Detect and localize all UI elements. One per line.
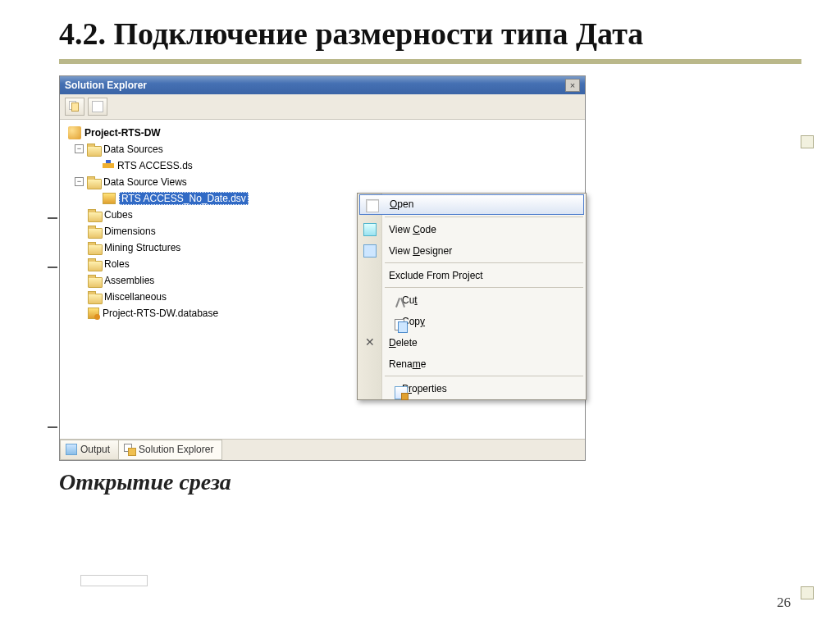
menu-exclude-label: Exclude From Project [389,270,483,281]
slide-heading: 4.2. Подключение размерности типа Дата [59,16,799,52]
folder-icon [88,226,101,237]
tree-project[interactable]: Project-RTS-DW [84,127,161,139]
folder-icon [88,291,101,303]
menu-item-properties[interactable]: Properties [358,378,586,399]
tab-solution-explorer[interactable]: Solution Explorer [118,440,222,460]
tree-node-misc[interactable]: Miscellaneous [104,291,167,303]
slide-caption: Открытие среза [59,469,799,495]
dsv-icon [103,193,116,204]
tree-node-cubes[interactable]: Cubes [104,209,133,221]
menu-item-view-code[interactable]: View Code [358,219,586,240]
context-menu: Open View Code View Designer Exclude Fro… [357,193,587,400]
menu-item-exclude[interactable]: Exclude From Project [358,265,586,286]
menu-item-delete[interactable]: ✕ Delete [358,332,586,353]
folder-icon [88,275,101,286]
deco-square-bottom [801,586,814,599]
code-icon [363,223,377,236]
deco-square-top [801,135,814,148]
expand-toggle[interactable]: − [75,144,84,153]
menu-item-copy[interactable]: Copy [358,311,586,332]
bullet-dash [48,217,57,219]
menu-item-rename[interactable]: Rename [358,353,586,375]
project-icon [68,126,81,139]
menu-item-cut[interactable]: Cut [358,289,586,311]
solution-explorer-panel: Solution Explorer × Project-RTS-DW − [59,75,586,461]
output-icon [66,444,77,455]
tab-solexp-label: Solution Explorer [139,444,213,455]
panel-title: Solution Explorer [65,80,147,91]
database-file-icon [88,308,99,319]
tree-node-assemblies[interactable]: Assemblies [104,275,154,286]
heading-underline [59,59,801,64]
tree-node-mining[interactable]: Mining Structures [104,242,180,253]
cut-icon [395,298,408,311]
folder-icon [87,176,100,188]
bullet-dash [48,426,57,428]
copy-icon [395,319,408,332]
tree-node-dimensions[interactable]: Dimensions [104,226,156,237]
menu-item-view-designer[interactable]: View Designer [358,240,586,262]
delete-icon: ✕ [363,336,377,349]
menu-item-open[interactable]: Open [359,194,584,215]
open-icon [366,199,379,212]
expand-toggle[interactable]: − [75,177,84,186]
designer-icon [363,244,377,258]
page-number: 26 [777,595,791,611]
toolbar-btn-1[interactable] [65,98,84,116]
folder-icon [88,242,101,253]
bottom-tabs: Output Solution Explorer [60,439,585,460]
properties-icon [395,386,408,399]
tree-node-dsv[interactable]: Data Source Views [103,176,187,188]
tree-node-roles[interactable]: Roles [104,258,130,270]
panel-toolbar [60,94,585,120]
folder-icon [88,209,101,221]
close-icon[interactable]: × [565,79,580,92]
tree-node-data-sources[interactable]: Data Sources [103,144,163,155]
copy-icon [69,101,80,112]
tab-output[interactable]: Output [60,440,119,460]
bullet-dash [48,267,57,268]
tree-item-database[interactable]: Project-RTS-DW.database [103,308,218,319]
decorative-rect [80,575,148,586]
tree-item-rts-access-ds[interactable]: RTS ACCESS.ds [117,160,193,171]
page-icon [92,101,103,112]
folder-icon [88,258,101,270]
tab-output-label: Output [80,444,110,455]
tree-item-rts-access-dsv[interactable]: RTS ACCESS_No_Date.dsv [119,192,249,205]
folder-icon [87,144,100,155]
solution-explorer-icon [124,444,135,455]
data-source-icon [103,160,114,171]
toolbar-btn-2[interactable] [88,98,107,116]
panel-titlebar: Solution Explorer × [60,76,585,94]
